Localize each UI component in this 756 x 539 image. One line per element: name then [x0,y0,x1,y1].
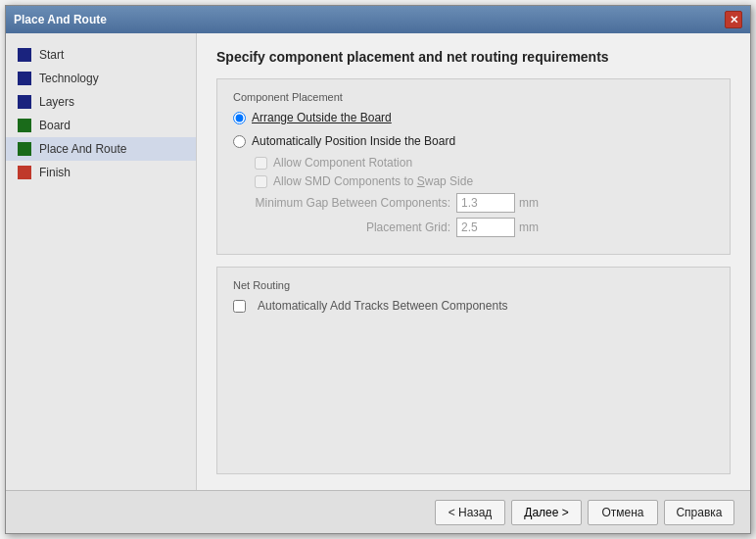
sidebar-color-layers [18,95,31,109]
allow-rotation-checkbox[interactable] [255,157,267,170]
cancel-button[interactable]: Отмена [588,500,658,525]
net-routing-section: Net Routing Automatically Add Tracks Bet… [216,267,731,474]
allow-rotation-row: Allow Component Rotation [255,156,714,170]
back-button[interactable]: < Назад [435,500,505,525]
main-window: Place And Route ✕ StartTechnologyLayersB… [5,5,751,534]
close-button[interactable]: ✕ [725,11,742,28]
option1-row: Arrange Outside the Board [233,111,714,124]
sidebar-label-layers: Layers [39,95,74,109]
window-title: Place And Route [14,13,107,26]
sidebar-label-place-and-route: Place And Route [39,142,126,156]
sidebar-color-finish [18,166,31,179]
placement-grid-label: Placement Grid: [255,220,450,234]
net-routing-label: Net Routing [233,279,714,291]
allow-smd-label: Allow SMD Components to Swap Side [273,174,473,188]
content-area: StartTechnologyLayersBoardPlace And Rout… [6,33,750,490]
option1-radio[interactable] [233,112,246,124]
placement-grid-row: Placement Grid: 2.5 mm [255,218,714,237]
sidebar-label-finish: Finish [39,166,71,179]
sidebar-color-board [18,119,31,132]
component-placement-label: Component Placement [233,91,714,103]
sidebar-label-start: Start [39,48,64,62]
component-placement-section: Component Placement Arrange Outside the … [216,78,731,255]
allow-rotation-label: Allow Component Rotation [273,156,412,170]
allow-smd-row: Allow SMD Components to Swap Side [255,174,714,188]
min-gap-label: Minimum Gap Between Components: [255,196,450,210]
placement-grid-input[interactable]: 2.5 [456,218,515,237]
footer: < Назад Далее > Отмена Справка [6,490,750,533]
sidebar-color-start [18,48,31,62]
main-title: Specify component placement and net rout… [216,49,731,65]
option2-radio[interactable] [233,135,246,148]
sidebar-item-start[interactable]: Start [6,43,196,67]
sidebar-color-technology [18,72,31,85]
option2-row: Automatically Position Inside the Board [233,134,714,148]
sidebar-item-board[interactable]: Board [6,114,196,137]
next-button[interactable]: Далее > [511,500,582,525]
sidebar: StartTechnologyLayersBoardPlace And Rout… [6,33,197,490]
main-panel: Specify component placement and net rout… [197,33,750,490]
sidebar-label-board: Board [39,119,71,132]
sidebar-item-finish[interactable]: Finish [6,161,196,184]
auto-add-checkbox[interactable] [233,300,246,313]
auto-add-row: Automatically Add Tracks Between Compone… [233,299,714,313]
min-gap-unit: mm [519,196,539,210]
sidebar-color-place-and-route [18,142,31,156]
help-button[interactable]: Справка [664,500,734,525]
option2-label: Automatically Position Inside the Board [252,134,455,148]
allow-smd-checkbox[interactable] [255,175,267,188]
placement-grid-unit: mm [519,220,539,234]
option1-label: Arrange Outside the Board [252,111,392,124]
min-gap-input[interactable]: 1.3 [456,193,515,213]
min-gap-row: Minimum Gap Between Components: 1.3 mm [255,193,714,213]
sidebar-item-technology[interactable]: Technology [6,67,196,90]
sidebar-label-technology: Technology [39,72,99,85]
sidebar-item-layers[interactable]: Layers [6,90,196,114]
auto-add-label: Automatically Add Tracks Between Compone… [258,299,507,313]
titlebar: Place And Route ✕ [6,6,750,33]
sidebar-item-place-and-route[interactable]: Place And Route [6,137,196,161]
